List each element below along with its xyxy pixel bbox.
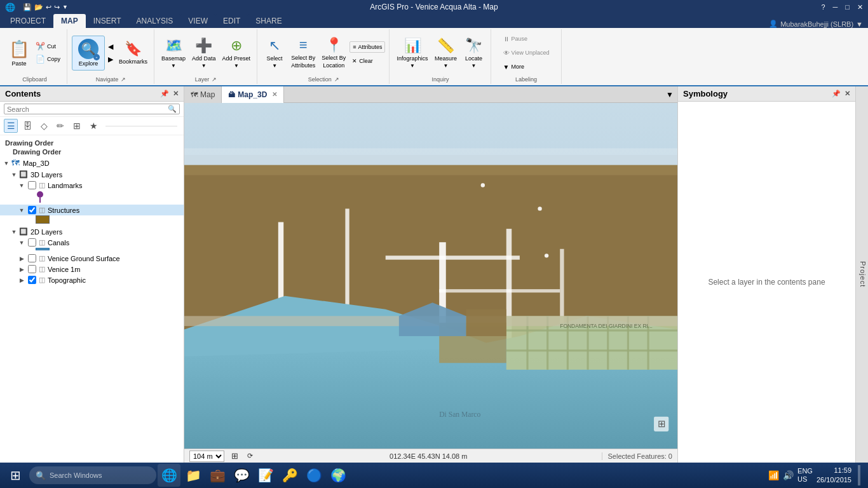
venice-ground-checkbox[interactable] [28,254,36,262]
start-button[interactable]: ⊞ [3,463,28,488]
bookmarks-btn[interactable]: 🔖 Bookmarks [116,36,150,71]
close-tab-icon[interactable]: ✕ [272,91,277,98]
more-btn[interactable]: ▼More [501,61,552,72]
tab-view[interactable]: VIEW [180,14,215,28]
show-desktop-btn[interactable] [858,465,860,485]
grid-btn[interactable]: ⊞ [229,451,240,461]
structures-checkbox[interactable] [28,206,36,214]
help-icon[interactable]: ? [821,3,825,11]
select-btn[interactable]: ↖ Select ▼ [262,36,287,71]
ribbon-group-labeling: ⏸Pause 👁View Unplaced ▼More Labeling [492,29,562,84]
close-btn[interactable]: ✕ [857,3,863,11]
view-unplaced-btn[interactable]: 👁View Unplaced [501,47,552,58]
map-tab-map[interactable]: 🗺 Map [184,86,222,103]
ribbon-group-selection: ↖ Select ▼ ≡ Select By Attributes 📍 Sele… [258,29,390,84]
svg-point-0 [37,191,43,198]
quick-open[interactable]: 📂 [34,3,43,11]
basemap-btn[interactable]: 🗺️ Basemap ▼ [159,36,188,71]
filter-star-icon[interactable]: ★ [86,119,100,133]
title-bar-title: ArcGIS Pro - Venice Acqua Alta - Map [370,3,498,11]
navigate-back-btn[interactable]: ◀ [106,41,115,52]
selection-label: Selection ↗ [258,76,389,83]
symbology-close-btn[interactable]: ✕ [844,90,850,98]
taskbar-ie[interactable]: 🌐 [158,464,180,487]
tree-item-venice-1m[interactable]: ▶ ◫ Venice 1m [0,264,184,274]
contents-close-btn[interactable]: ✕ [173,90,179,98]
measure-btn[interactable]: 📏 Measure ▼ [432,36,460,71]
cut-btn[interactable]: ✂️Cut [33,41,63,52]
filter-list-icon[interactable]: ☰ [4,119,18,133]
tab-insert[interactable]: INSERT [86,14,129,28]
infographics-btn[interactable]: 📊 Infographics ▼ [394,36,430,71]
taskbar-explorer[interactable]: 📁 [182,464,205,487]
taskbar-clock[interactable]: 11:59 26/10/2015 [817,466,851,485]
select-by-attributes-btn[interactable]: ≡ Select By Attributes [288,36,318,71]
navigate-label: Navigate ↗ [68,76,154,83]
tab-dropdown-btn[interactable]: ▼ [662,89,677,100]
taskbar-app2[interactable]: 🌍 [327,464,349,487]
clear-btn[interactable]: ✕Clear [349,55,385,67]
tree-item-canals[interactable]: ▼ ◫ Canals [0,237,184,248]
taskbar-skype[interactable]: 💬 [230,464,253,487]
symbology-panel: Symbology 📌 ✕ Select a layer in the cont… [677,86,855,463]
select-by-location-btn[interactable]: 📍 Select By Location [319,36,348,71]
add-preset-btn[interactable]: ⊕ Add Preset ▼ [220,36,254,71]
ribbon-group-clipboard: 📋 Paste ✂️Cut 📄Copy Clipboard [3,29,67,84]
locate-btn[interactable]: 🔭 Locate ▼ [461,36,487,71]
tree-item-2dlayers[interactable]: ▼ 🔲 2D Layers [0,226,184,237]
svg-point-36 [545,254,548,257]
quick-undo[interactable]: ↩ [46,3,51,11]
landmarks-checkbox[interactable] [28,181,36,189]
map-canvas[interactable]: Di San Marco FONDAMENTA DEI GIARDINI EX … [184,103,677,449]
tab-share[interactable]: SHARE [248,14,289,28]
tree-item-topographic[interactable]: ▶ ◫ Topographic [0,274,184,285]
svg-point-34 [481,183,485,187]
tree-item-map3d[interactable]: ▼ 🗺 Map_3D [0,157,184,169]
attributes-btn[interactable]: ≡Attributes [349,41,385,53]
tab-analysis[interactable]: ANALYSIS [128,14,180,28]
venice-1m-checkbox[interactable] [28,265,36,273]
scale-dropdown[interactable]: 104 m [189,451,224,462]
tree-item-3dlayers[interactable]: ▼ 🔲 3D Layers [0,169,184,180]
taskbar-sticky[interactable]: 📝 [254,464,277,487]
pause-btn[interactable]: ⏸Pause [501,33,552,44]
taskbar-app1[interactable]: 🔑 [278,464,301,487]
taskbar-store[interactable]: 💼 [206,464,229,487]
add-data-btn[interactable]: ➕ Add Data ▼ [189,36,219,71]
contents-panel: Contents 📌 ✕ 🔍 ☰ 🗄 ◇ ✏ ⊞ ★ Drawing Orde [0,86,184,463]
contents-pin-btn[interactable]: 📌 [160,90,169,98]
paste-btn[interactable]: 📋 Paste [6,36,32,71]
copy-btn[interactable]: 📄Copy [33,53,63,65]
drawing-order-label: Drawing Order [0,138,184,148]
symbology-pin-btn[interactable]: 📌 [832,90,841,98]
map-tab-map3d[interactable]: 🏔 Map_3D ✕ [222,86,284,103]
topographic-checkbox[interactable] [28,276,36,284]
filter-db-icon[interactable]: 🗄 [20,119,34,133]
taskbar-chrome[interactable]: 🔵 [302,464,325,487]
filter-pencil-icon[interactable]: ✏ [53,119,67,133]
tab-edit[interactable]: EDIT [215,14,248,28]
tab-project[interactable]: PROJECT [3,14,53,28]
tree-item-landmarks[interactable]: ▼ ◫ Landmarks [0,180,184,191]
canals-checkbox[interactable] [28,238,36,247]
quick-redo[interactable]: ↪ [54,3,60,11]
tray-lang[interactable]: ENG US [797,467,813,484]
explore-btn[interactable]: 🔍 + Explore [72,36,105,71]
minimize-btn[interactable]: ─ [833,3,838,11]
tree-item-venice-ground[interactable]: ▶ ◫ Venice Ground Surface [0,253,184,264]
filter-grid-icon[interactable]: ⊞ [70,119,84,133]
rotation-btn[interactable]: ⟳ [245,451,255,461]
search-input[interactable]: 🔍 [4,104,180,114]
project-vertical-tab[interactable]: Project [855,86,868,463]
map-area: 🗺 Map 🏔 Map_3D ✕ ▼ [184,86,677,463]
ribbon-group-inquiry: 📊 Infographics ▼ 📏 Measure ▼ 🔭 Locate ▼ … [390,29,491,84]
tree-item-structures[interactable]: ▼ ◫ Structures [0,205,184,215]
filter-polygon-icon[interactable]: ◇ [37,119,51,133]
tab-map[interactable]: MAP [53,14,86,28]
maximize-btn[interactable]: □ [845,3,850,11]
navigate-forward-btn[interactable]: ▶ [106,53,115,65]
taskbar-search[interactable]: 🔍 Search Windows [29,466,156,484]
svg-rect-12 [386,255,520,259]
quick-save[interactable]: 💾 [23,3,32,11]
quick-access-more[interactable]: ▼ [62,4,68,10]
